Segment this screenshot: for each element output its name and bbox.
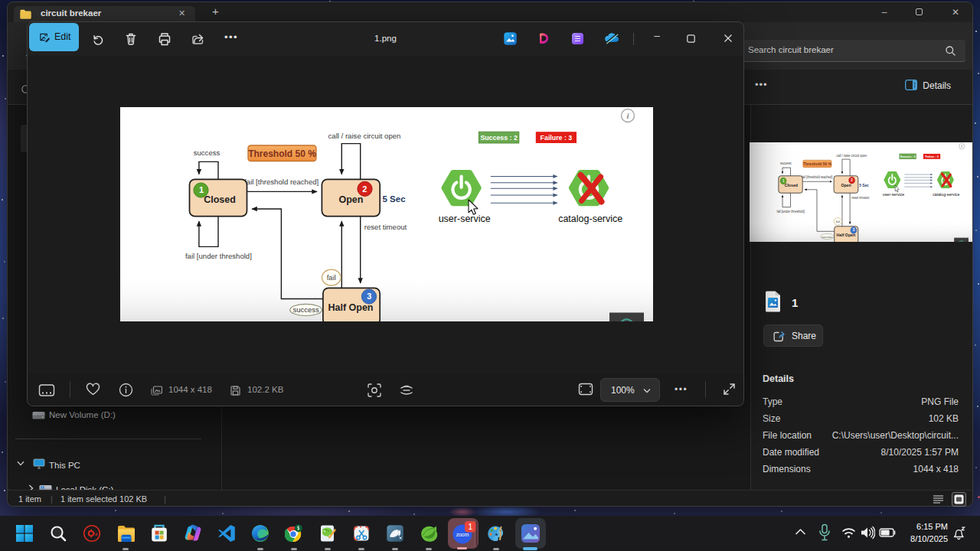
- svg-text:1: 1: [468, 522, 472, 531]
- svg-text:zoom: zoom: [456, 532, 469, 537]
